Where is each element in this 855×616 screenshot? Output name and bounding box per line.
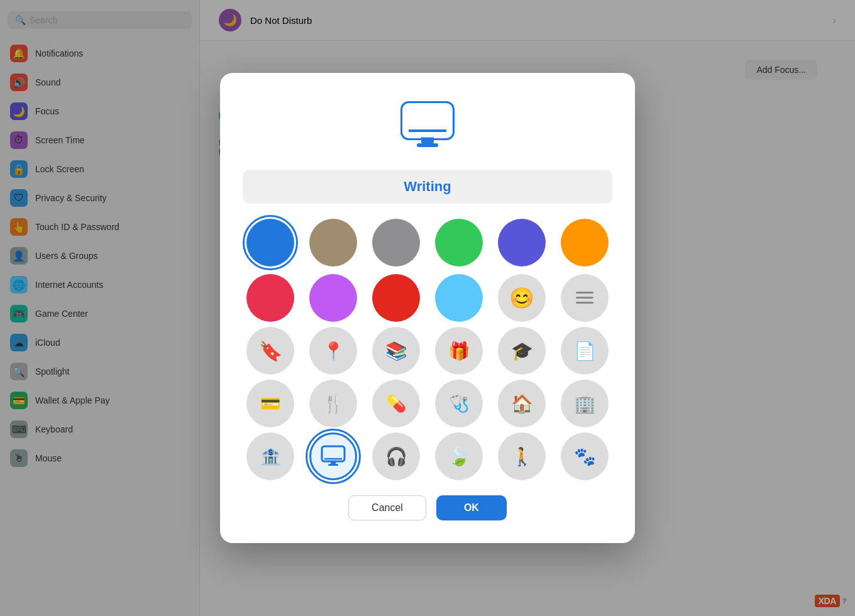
icon-home[interactable]: 🏠 <box>498 380 546 427</box>
icon-grid-row1: 🔖 📍 📚 🎁 🎓 📄 <box>243 327 612 375</box>
svg-rect-14 <box>328 464 338 466</box>
color-emoji[interactable]: 😊 <box>498 274 546 322</box>
color-lavender[interactable] <box>309 274 357 322</box>
icon-monitor[interactable] <box>309 432 357 480</box>
icon-books[interactable]: 📚 <box>372 327 420 375</box>
icon-bookmark[interactable]: 🔖 <box>246 327 294 375</box>
svg-rect-4 <box>421 138 434 143</box>
modal-title-field[interactable]: Writing <box>243 170 612 204</box>
modal-header-icon-wrapper <box>243 98 612 155</box>
icon-leaf[interactable]: 🍃 <box>435 432 483 480</box>
color-blue[interactable] <box>246 219 294 267</box>
svg-rect-5 <box>417 143 438 147</box>
color-grey[interactable] <box>372 219 420 267</box>
icon-headphones[interactable]: 🎧 <box>372 432 420 480</box>
icon-bank[interactable]: 🏦 <box>246 432 294 480</box>
icon-pin[interactable]: 📍 <box>309 327 357 375</box>
modal-main-icon <box>399 98 456 155</box>
icon-card[interactable]: 💳 <box>246 380 294 427</box>
icon-stethoscope[interactable]: 🩺 <box>435 380 483 427</box>
icon-gift[interactable]: 🎁 <box>435 327 483 375</box>
icon-grid-row2: 💳 🍴 💊 🩺 🏠 🏢 <box>243 380 612 427</box>
icon-grid-row3: 🏦 🎧 🍃 🚶 🐾 <box>243 432 612 480</box>
icon-fork[interactable]: 🍴 <box>309 380 357 427</box>
icon-graduation[interactable]: 🎓 <box>498 327 546 375</box>
focus-icon-picker-modal: Writing 😊 🔖 📍 📚 🎁 🎓 📄 💳 🍴 <box>220 73 635 543</box>
color-orange[interactable] <box>561 219 609 267</box>
color-crimson[interactable] <box>246 274 294 322</box>
color-grid: 😊 <box>243 219 612 322</box>
modal-buttons: Cancel OK <box>243 495 612 520</box>
color-red[interactable] <box>372 274 420 322</box>
icon-building[interactable]: 🏢 <box>561 380 609 427</box>
color-tan[interactable] <box>309 219 357 267</box>
svg-rect-8 <box>576 297 593 299</box>
svg-rect-13 <box>331 461 336 464</box>
color-green[interactable] <box>435 219 483 267</box>
color-list[interactable] <box>561 274 609 322</box>
icon-person[interactable]: 🚶 <box>498 432 546 480</box>
svg-rect-9 <box>576 302 593 304</box>
icon-document[interactable]: 📄 <box>561 327 609 375</box>
ok-button[interactable]: OK <box>436 495 507 520</box>
cancel-button[interactable]: Cancel <box>348 495 426 520</box>
icon-paw[interactable]: 🐾 <box>561 432 609 480</box>
svg-rect-7 <box>576 292 593 294</box>
color-teal[interactable] <box>435 274 483 322</box>
modal-title-text: Writing <box>404 179 451 194</box>
icon-pills[interactable]: 💊 <box>372 380 420 427</box>
color-indigo[interactable] <box>498 219 546 267</box>
